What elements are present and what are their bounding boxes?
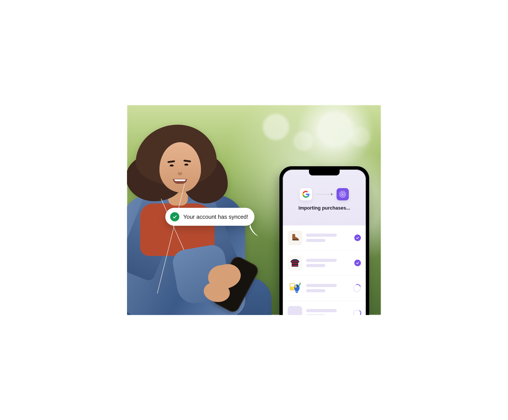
product-thumb-lego (288, 281, 302, 295)
item-text-skeleton (306, 309, 350, 315)
svg-rect-2 (292, 239, 299, 240)
svg-point-9 (295, 285, 297, 288)
import-item-row (283, 276, 366, 301)
phone-notch (309, 169, 340, 175)
import-item-row (283, 301, 366, 315)
import-item-row (283, 250, 366, 276)
phone-screen: Importing purchases... (283, 169, 366, 315)
speech-bubble-tail (250, 223, 262, 236)
svg-point-10 (297, 286, 298, 287)
svg-rect-3 (292, 261, 298, 262)
phone-mockup: Importing purchases... (279, 166, 369, 315)
svg-rect-4 (292, 263, 298, 264)
status-loading-icon (353, 284, 361, 292)
svg-rect-5 (292, 265, 298, 266)
destination-app-icon (336, 188, 349, 200)
status-done-icon (354, 260, 361, 266)
product-thumb-boot (288, 231, 302, 245)
item-text-skeleton (306, 259, 350, 267)
product-thumb-sweater (288, 256, 302, 270)
import-source-destination (300, 188, 349, 200)
svg-rect-7 (290, 284, 294, 287)
status-loading-icon (353, 310, 361, 315)
import-item-row (283, 225, 366, 250)
import-items-list (283, 225, 366, 315)
import-header: Importing purchases... (283, 169, 366, 225)
product-thumb-blank (288, 306, 302, 315)
item-text-skeleton (306, 234, 350, 242)
arrow-right-dotted-icon (315, 192, 333, 196)
status-done-icon (354, 234, 361, 241)
google-app-icon (300, 188, 312, 200)
check-circle-icon (170, 212, 179, 221)
marketing-illustration: Your account has synced! (127, 105, 381, 315)
sync-success-bubble: Your account has synced! (165, 208, 254, 226)
sync-success-text: Your account has synced! (183, 213, 248, 220)
import-title: Importing purchases... (299, 205, 350, 211)
svg-point-1 (342, 194, 343, 195)
item-text-skeleton (306, 284, 350, 292)
